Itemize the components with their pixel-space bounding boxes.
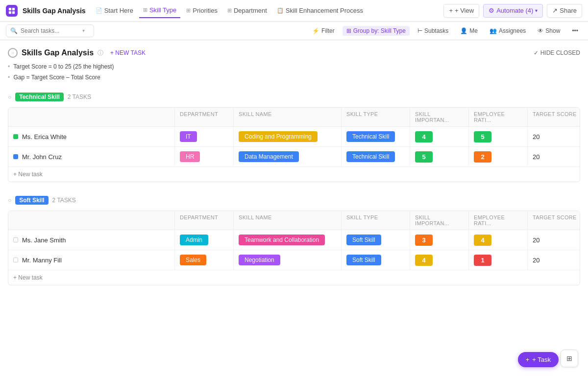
target-score-3: 20 xyxy=(533,236,539,244)
page-title: Skills Gap Analysis xyxy=(22,48,94,57)
svg-rect-3 xyxy=(12,11,15,13)
td-name-jane: Ms. Jane Smith xyxy=(8,230,175,250)
skill-type-technical-2: Technical Skill xyxy=(346,151,395,162)
page-header: ○ Skills Gap Analysis ⓘ + NEW TASK ✓ HID… xyxy=(8,48,580,58)
td-rating-erica: 5 xyxy=(469,127,528,146)
new-task-link-technical[interactable]: + New task xyxy=(13,171,43,178)
table-header-soft: DEPARTMENT SKILL NAME SKILL TYPE SKILL I… xyxy=(8,211,580,230)
svg-rect-2 xyxy=(9,11,11,13)
group-soft-skill: ○ Soft Skill 2 TASKS DEPARTMENT SKILL NA… xyxy=(8,194,580,285)
assignees-button[interactable]: 👥 Assignees xyxy=(486,26,530,36)
th-department-tech: DEPARTMENT xyxy=(175,108,234,126)
td-rating-john: 2 xyxy=(469,147,528,166)
chevron-search-icon: ▾ xyxy=(82,28,85,33)
main-content: ○ Skills Gap Analysis ⓘ + NEW TASK ✓ HID… xyxy=(0,40,588,285)
ellipsis-icon: ••• xyxy=(572,27,578,34)
table-header-technical: DEPARTMENT SKILL NAME SKILL TYPE SKILL I… xyxy=(8,108,580,127)
hide-closed-button[interactable]: ✓ HIDE CLOSED xyxy=(534,49,580,56)
skill-type-soft-2: Soft Skill xyxy=(346,255,381,265)
info-icon[interactable]: ⓘ xyxy=(98,49,103,57)
target-score-4: 20 xyxy=(533,257,539,264)
tab-start-here[interactable]: 📄 Start Here xyxy=(92,3,137,18)
plus-icon: + xyxy=(449,7,453,14)
tab-department[interactable]: ⊞ Department xyxy=(223,3,271,18)
new-task-row-technical[interactable]: + New task xyxy=(8,167,580,182)
rating-score-3: 4 xyxy=(474,235,491,246)
group-technical-skill: ○ Technical Skill 2 TASKS DEPARTMENT SKI… xyxy=(8,91,580,182)
automate-button[interactable]: ⚙ Automate (4) ▾ xyxy=(483,4,543,18)
grid3-icon: ⊞ xyxy=(227,7,232,14)
th-skill-type-soft: SKILL TYPE xyxy=(342,211,410,230)
new-task-button[interactable]: + NEW TASK xyxy=(107,48,148,57)
th-importance-tech: SKILL IMPORTAN... xyxy=(410,108,469,126)
table-technical: DEPARTMENT SKILL NAME SKILL TYPE SKILL I… xyxy=(8,107,580,182)
share-button[interactable]: ↗ Share xyxy=(547,4,582,18)
search-input[interactable] xyxy=(21,27,79,34)
dept-pill-hr: HR xyxy=(180,151,200,162)
td-dept-jane: Admin xyxy=(175,230,234,250)
td-target-john: 20 xyxy=(528,147,580,166)
tab-skill-enhancement[interactable]: 📋 Skill Enhancement Process xyxy=(273,3,367,18)
project-title: Skills Gap Analysis xyxy=(23,7,86,15)
td-rating-manny: 1 xyxy=(469,250,528,270)
new-task-link-soft[interactable]: + New task xyxy=(13,274,43,281)
filter-button[interactable]: ⚡ Filter xyxy=(308,26,339,36)
new-task-row-soft[interactable]: + New task xyxy=(8,270,580,285)
group-toggle-technical[interactable]: ○ xyxy=(8,94,11,100)
more-options-button[interactable]: ••• xyxy=(568,26,582,36)
th-importance-soft: SKILL IMPORTAN... xyxy=(410,211,469,230)
note-line-2: • Gap = Target Score – Total Score xyxy=(8,72,580,83)
doc2-icon: 📋 xyxy=(277,7,284,14)
group-badge-soft[interactable]: Soft Skill xyxy=(15,196,48,205)
target-score-1: 20 xyxy=(533,133,539,141)
indicator-gray-1 xyxy=(13,237,18,242)
skill-pill-data: Data Management xyxy=(239,151,299,162)
person-name-manny: Mr. Manny Fill xyxy=(22,257,62,264)
td-name-john: Mr. John Cruz xyxy=(8,147,175,166)
td-type-erica: Technical Skill xyxy=(342,127,410,146)
skill-pill-coding: Coding and Programming xyxy=(239,131,318,142)
tab-skill-type[interactable]: ⊞ Skill Type xyxy=(139,3,180,18)
table-row[interactable]: Mr. John Cruz HR Data Management Technic… xyxy=(8,147,580,167)
group-badge-technical[interactable]: Technical Skill xyxy=(15,93,63,101)
dept-pill-it: IT xyxy=(180,131,197,142)
search-icon: 🔍 xyxy=(10,27,18,34)
view-button[interactable]: + + View xyxy=(443,4,479,18)
table-row[interactable]: Ms. Erica White IT Coding and Programmin… xyxy=(8,127,580,147)
grid2-icon: ⊞ xyxy=(186,7,191,14)
svg-rect-0 xyxy=(9,7,11,10)
table-row[interactable]: Ms. Jane Smith Admin Teamwork and Collab… xyxy=(8,230,580,250)
td-type-manny: Soft Skill xyxy=(342,250,410,270)
importance-score-2: 5 xyxy=(415,151,433,163)
subtasks-button[interactable]: ⊢ Subtasks xyxy=(414,26,452,36)
chevron-down-icon: ▾ xyxy=(535,8,538,13)
importance-score-4: 4 xyxy=(415,255,433,266)
me-button[interactable]: 👤 Me xyxy=(456,26,482,36)
show-button[interactable]: 👁 Show xyxy=(534,26,564,36)
th-skill-name-tech: SKILL NAME xyxy=(234,108,342,126)
person-name-john: Mr. John Cruz xyxy=(22,153,62,161)
td-type-jane: Soft Skill xyxy=(342,230,410,250)
indicator-blue xyxy=(13,154,18,159)
th-employee-rating-tech: EMPLOYEE RATI... xyxy=(469,108,528,126)
th-skill-name-soft: SKILL NAME xyxy=(234,211,342,230)
td-skill-jane: Teamwork and Collaboration xyxy=(234,230,342,250)
page-status-icon: ○ xyxy=(8,48,18,58)
th-target-score-tech: TARGET SCORE xyxy=(528,108,580,126)
group-header-soft: ○ Soft Skill 2 TASKS xyxy=(8,194,580,207)
nav-right-actions: + + View ⚙ Automate (4) ▾ ↗ Share xyxy=(443,4,582,18)
td-target-erica: 20 xyxy=(528,127,580,146)
group-by-button[interactable]: ⊞ Group by: Skill Type xyxy=(343,26,410,36)
th-name xyxy=(8,108,175,126)
th-employee-rating-soft: EMPLOYEE RATI... xyxy=(469,211,528,230)
td-importance-jane: 3 xyxy=(410,230,469,250)
bullet-2: • xyxy=(8,74,10,81)
target-score-2: 20 xyxy=(533,153,539,161)
td-skill-john: Data Management xyxy=(234,147,342,166)
group-toggle-soft[interactable]: ○ xyxy=(8,197,11,204)
th-department-soft: DEPARTMENT xyxy=(175,211,234,230)
table-row[interactable]: Mr. Manny Fill Sales Negotiation Soft Sk… xyxy=(8,250,580,270)
importance-score-3: 3 xyxy=(415,235,433,246)
search-box[interactable]: 🔍 ▾ xyxy=(6,24,94,37)
tab-priorities[interactable]: ⊞ Priorities xyxy=(182,3,221,18)
